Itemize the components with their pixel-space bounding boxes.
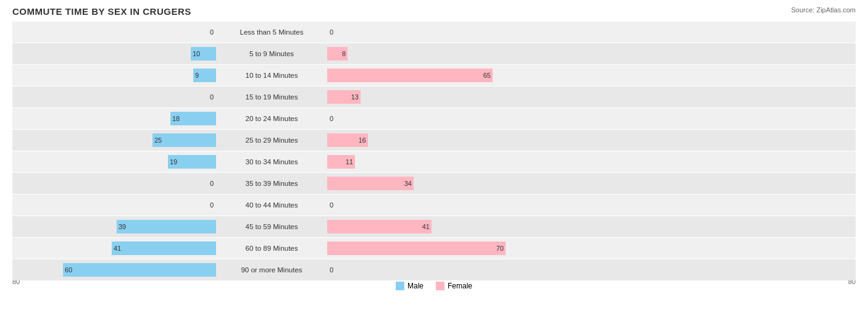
male-bar-value: 60 bbox=[63, 266, 72, 274]
male-bar-value: 19 bbox=[168, 158, 177, 166]
left-section: 41 bbox=[12, 238, 216, 259]
table-row: 4160 to 89 Minutes70 bbox=[12, 238, 856, 259]
bar-label: 90 or more Minutes bbox=[216, 266, 327, 274]
source-text: Source: ZipAtlas.com bbox=[791, 6, 856, 14]
table-row: 035 to 39 Minutes34 bbox=[12, 173, 856, 194]
right-section: 0 bbox=[327, 108, 531, 129]
male-bar-value: 10 bbox=[191, 50, 200, 57]
bar-label: 20 to 24 Minutes bbox=[216, 115, 327, 122]
right-section: 13 bbox=[327, 86, 531, 107]
legend-male: Male bbox=[396, 282, 424, 290]
female-bar: 8 bbox=[327, 47, 348, 61]
right-section: 70 bbox=[327, 238, 531, 259]
chart-container: COMMUTE TIME BY SEX IN CRUGERS Source: Z… bbox=[0, 0, 868, 323]
left-section: 0 bbox=[12, 22, 216, 43]
female-bar-value: 65 bbox=[483, 72, 493, 79]
right-section: 0 bbox=[327, 259, 531, 280]
male-bar-value: 41 bbox=[112, 245, 121, 252]
female-bar: 70 bbox=[327, 241, 506, 255]
bar-label: 30 to 34 Minutes bbox=[216, 158, 327, 166]
male-bar-value: 0 bbox=[210, 93, 214, 101]
female-bar-value: 8 bbox=[342, 50, 348, 57]
male-bar-value: 0 bbox=[210, 201, 214, 209]
bar-label: Less than 5 Minutes bbox=[216, 28, 327, 36]
female-bar-value: 41 bbox=[422, 223, 432, 230]
female-bar-value: 11 bbox=[346, 158, 355, 166]
legend-female-box bbox=[436, 282, 444, 290]
left-section: 0 bbox=[12, 86, 216, 107]
left-section: 25 bbox=[12, 130, 216, 151]
table-row: 3945 to 59 Minutes41 bbox=[12, 216, 856, 237]
bar-label: 10 to 14 Minutes bbox=[216, 72, 327, 79]
table-row: 0Less than 5 Minutes0 bbox=[12, 22, 856, 43]
left-section: 18 bbox=[12, 108, 216, 129]
table-row: 040 to 44 Minutes0 bbox=[12, 195, 856, 216]
female-bar-value: 0 bbox=[330, 201, 333, 209]
right-section: 0 bbox=[327, 195, 531, 216]
left-section: 10 bbox=[12, 43, 216, 64]
right-section: 11 bbox=[327, 151, 531, 172]
female-bar: 41 bbox=[327, 220, 432, 233]
left-section: 60 bbox=[12, 259, 216, 280]
bar-label: 5 to 9 Minutes bbox=[216, 50, 327, 57]
female-bar: 16 bbox=[327, 133, 368, 147]
male-bar-value: 25 bbox=[152, 136, 162, 144]
bar-label: 60 to 89 Minutes bbox=[216, 245, 327, 252]
male-bar-value: 0 bbox=[210, 28, 214, 36]
bar-label: 40 to 44 Minutes bbox=[216, 201, 327, 209]
bar-label: 45 to 59 Minutes bbox=[216, 223, 327, 230]
legend-female: Female bbox=[436, 282, 472, 290]
chart-area: 0Less than 5 Minutes0105 to 9 Minutes891… bbox=[12, 22, 856, 277]
male-bar-value: 9 bbox=[193, 72, 199, 79]
left-section: 9 bbox=[12, 65, 216, 86]
male-bar: 10 bbox=[191, 47, 216, 61]
table-row: 1930 to 34 Minutes11 bbox=[12, 151, 856, 172]
bar-label: 15 to 19 Minutes bbox=[216, 93, 327, 101]
right-section: 65 bbox=[327, 65, 531, 86]
female-bar-value: 13 bbox=[351, 93, 361, 101]
female-bar: 65 bbox=[327, 69, 493, 82]
male-bar: 60 bbox=[63, 263, 216, 277]
left-section: 19 bbox=[12, 151, 216, 172]
legend-male-label: Male bbox=[407, 282, 424, 290]
bar-label: 35 to 39 Minutes bbox=[216, 180, 327, 187]
male-bar: 39 bbox=[117, 220, 216, 233]
legend-male-box bbox=[396, 282, 404, 290]
female-bar-value: 16 bbox=[359, 136, 368, 144]
table-row: 6090 or more Minutes0 bbox=[12, 259, 856, 280]
legend: Male Female bbox=[396, 282, 472, 290]
male-bar-value: 39 bbox=[117, 223, 126, 230]
male-bar: 9 bbox=[193, 69, 216, 82]
legend-female-label: Female bbox=[448, 282, 472, 290]
male-bar: 18 bbox=[170, 112, 216, 125]
female-bar-value: 0 bbox=[330, 115, 333, 122]
left-section: 0 bbox=[12, 195, 216, 216]
female-bar-value: 0 bbox=[330, 266, 333, 274]
female-bar: 34 bbox=[327, 177, 414, 190]
female-bar-value: 0 bbox=[330, 28, 333, 36]
right-section: 41 bbox=[327, 216, 531, 237]
left-section: 0 bbox=[12, 173, 216, 194]
right-section: 16 bbox=[327, 130, 531, 151]
table-row: 1820 to 24 Minutes0 bbox=[12, 108, 856, 129]
female-bar: 11 bbox=[327, 155, 355, 169]
female-bar-value: 34 bbox=[404, 180, 414, 187]
left-section: 39 bbox=[12, 216, 216, 237]
chart-title: COMMUTE TIME BY SEX IN CRUGERS bbox=[12, 6, 856, 17]
right-section: 8 bbox=[327, 43, 531, 64]
female-bar-value: 70 bbox=[496, 245, 506, 252]
table-row: 2525 to 29 Minutes16 bbox=[12, 130, 856, 151]
male-bar: 41 bbox=[112, 241, 216, 255]
male-bar-value: 18 bbox=[170, 115, 180, 122]
male-bar-value: 0 bbox=[210, 180, 214, 187]
right-section: 0 bbox=[327, 22, 531, 43]
table-row: 105 to 9 Minutes8 bbox=[12, 43, 856, 64]
female-bar: 13 bbox=[327, 90, 361, 104]
table-row: 910 to 14 Minutes65 bbox=[12, 65, 856, 86]
bar-label: 25 to 29 Minutes bbox=[216, 136, 327, 144]
right-section: 34 bbox=[327, 173, 531, 194]
male-bar: 25 bbox=[152, 133, 216, 147]
male-bar: 19 bbox=[168, 155, 216, 169]
table-row: 015 to 19 Minutes13 bbox=[12, 86, 856, 107]
